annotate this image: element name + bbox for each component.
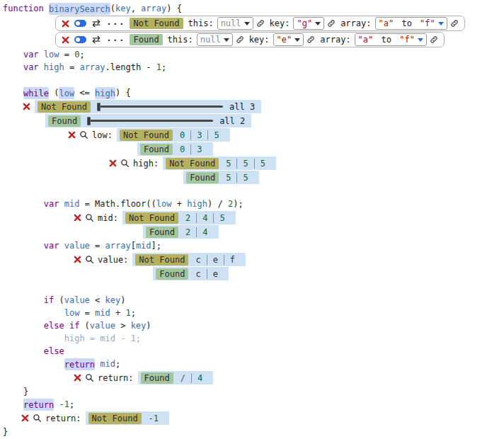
dropdown-value: "f" [420, 18, 435, 28]
probe-values-row: Found55 [183, 171, 259, 184]
code-token: ( [49, 88, 59, 98]
code-token: mid [100, 359, 115, 369]
code-token: ]; [151, 241, 161, 251]
example-name-badge: Not Found [135, 254, 188, 266]
param-dropdown-this[interactable]: null [217, 17, 253, 30]
iteration-slider[interactable] [97, 106, 223, 108]
code-token: } [3, 387, 28, 397]
code-line: else if (value > key) [3, 319, 504, 332]
blank-line [3, 185, 504, 198]
more-options-button[interactable]: ··· [106, 35, 125, 45]
example-name-badge: Found [141, 372, 173, 384]
code-token: ) / [207, 199, 228, 209]
code-token: if [44, 295, 54, 305]
param-dropdown-array[interactable]: "a" to "f" [355, 33, 427, 46]
code-token: key [105, 295, 121, 305]
remove-example-button[interactable] [62, 36, 69, 44]
code-line: return -1; [3, 398, 504, 411]
probe-body: Not Found555Found55 [163, 156, 276, 184]
code-token: = Math.floor(( [79, 199, 156, 209]
loop-iteration-widget: Not Foundall 3Foundall 2 [23, 100, 504, 127]
probe-variable-label: high: [133, 159, 159, 169]
code-token: -1 [59, 399, 69, 409]
remove-probe-button[interactable] [74, 256, 81, 263]
probe-value: 4 [191, 373, 208, 383]
code-line: var low = 0; [3, 48, 504, 61]
magnifier-icon [85, 373, 94, 382]
blank-line [3, 281, 504, 294]
probe-value: 2 [180, 227, 196, 237]
example-name-badge[interactable]: Not Found [130, 18, 183, 29]
param-dropdown-this[interactable]: null [197, 33, 233, 46]
code-token: mid [136, 241, 151, 251]
dropdown-arrow-icon [315, 22, 321, 25]
code-token: high [187, 199, 207, 209]
code-token: key [115, 4, 131, 13]
remove-probe-button[interactable] [74, 374, 81, 382]
slider-handle[interactable] [97, 103, 101, 111]
iteration-slider[interactable] [87, 120, 213, 122]
dropdown-arrow-icon [294, 38, 300, 42]
remove-slider-button[interactable] [23, 103, 30, 110]
code-token [3, 308, 64, 318]
example-active-toggle[interactable] [74, 20, 86, 27]
remove-probe-button[interactable] [74, 214, 81, 222]
code-line: var high = array.length - 1; [3, 61, 504, 74]
probe-prefix: mid: [74, 211, 118, 224]
magnifier-icon [120, 159, 130, 168]
param-dropdown-key[interactable]: "g" [293, 17, 324, 30]
remove-probe-button[interactable] [21, 414, 29, 422]
code-token: value [90, 321, 115, 331]
code-token: var [44, 199, 64, 209]
link-button[interactable] [450, 19, 459, 28]
code-token: high = mid - 1; [64, 333, 141, 343]
link-button[interactable] [430, 35, 438, 44]
probe-value: 0 [174, 144, 190, 154]
blank-line [3, 74, 504, 86]
example-name-badge: Found [186, 172, 219, 183]
code-token: ) { [115, 88, 131, 98]
code-token: key [131, 321, 147, 331]
link-button[interactable] [307, 35, 315, 44]
more-options-button[interactable]: ··· [106, 19, 125, 28]
code-line: var mid = Math.floor((low + high) / 2); [3, 198, 504, 210]
code-token: <= [74, 88, 95, 98]
example-name-badge: Not Found [166, 158, 219, 169]
code-editor: function binarySearch(key, array) {···No… [0, 0, 504, 439]
probe-value: 0 [174, 130, 190, 140]
magnifier-icon [33, 414, 42, 423]
code-token: return [23, 399, 54, 411]
slider-handle[interactable] [87, 117, 91, 125]
magnifier-icon [79, 130, 88, 139]
code-token: = [90, 241, 105, 251]
probe-variable-label: low: [92, 130, 113, 140]
remove-probe-button[interactable] [109, 159, 117, 167]
code-line: low = mid + 1; [3, 307, 504, 319]
swap-arrows-button[interactable] [91, 35, 101, 44]
remove-example-button[interactable] [62, 20, 69, 28]
code-token: + [171, 199, 187, 209]
code-token: = [79, 308, 95, 318]
code-token: low [59, 87, 74, 99]
param-dropdown-key[interactable]: "e" [273, 33, 304, 46]
example-name-badge: Found [140, 144, 173, 155]
probe-value: c [190, 269, 206, 279]
probe-value: 5 [236, 173, 253, 183]
probe-value: 5 [220, 159, 236, 169]
code-token: , [131, 4, 141, 13]
code-token: < [90, 295, 105, 305]
link-button[interactable] [256, 19, 265, 28]
probe-value: / [175, 373, 191, 383]
param-dropdown-array[interactable]: "a" to "f" [375, 17, 447, 30]
example-active-toggle[interactable] [74, 36, 86, 43]
swap-arrows-button[interactable] [91, 19, 101, 28]
link-button[interactable] [236, 35, 244, 44]
example-name-badge: Not Found [88, 413, 142, 424]
code-token: ; [161, 62, 166, 72]
code-line: } [3, 426, 504, 438]
probe-values-row: Not Found245 [122, 211, 236, 224]
remove-probe-button[interactable] [68, 131, 76, 139]
example-name-badge[interactable]: Found [130, 34, 162, 45]
link-button[interactable] [327, 19, 336, 28]
code-token: binarySearch [49, 3, 110, 15]
